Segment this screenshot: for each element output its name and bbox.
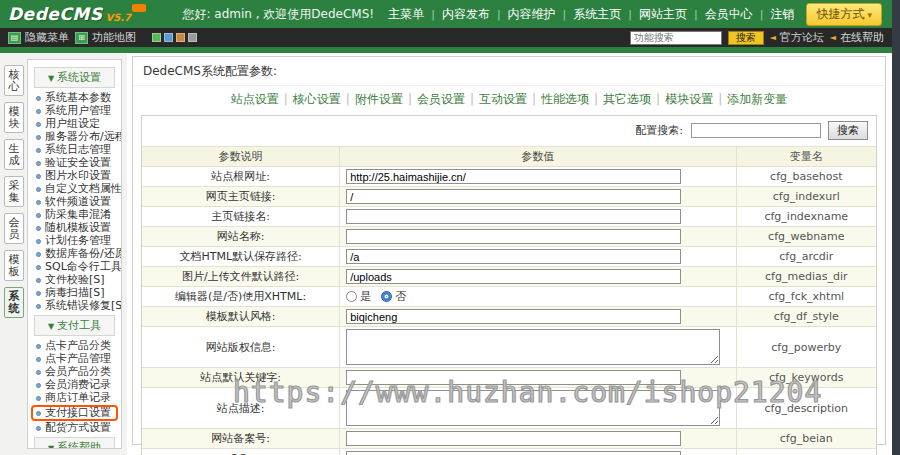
sidebar-tab[interactable]: 系统 [4, 287, 24, 318]
top-nav-item[interactable]: 内容发布 [442, 7, 490, 21]
menu-item[interactable]: SQL命令行工具 [31, 261, 118, 273]
tab-separator: | [656, 92, 660, 106]
menu-item[interactable]: 病毒扫描[S] [31, 287, 118, 299]
param-label: 站点描述: [142, 388, 340, 428]
config-search-button[interactable]: 搜索 [828, 121, 868, 140]
menu-item[interactable]: 系统错误修复[S] [31, 300, 118, 312]
param-label: 站点默认关键字: [142, 368, 340, 387]
param-input[interactable] [346, 309, 681, 324]
menu-item[interactable]: 会员消费记录 [31, 379, 118, 391]
menu-item[interactable]: 会员产品分类 [31, 366, 118, 378]
menu-item-label: 图片水印设置 [45, 170, 111, 182]
online-help-link[interactable]: ◄ 在线帮助 [830, 30, 884, 45]
param-value-cell [340, 307, 736, 326]
param-input[interactable] [346, 189, 681, 204]
table-row: 网页主页链接:cfg_indexurl [142, 186, 876, 206]
bullet-icon [36, 174, 41, 179]
menu-section-header[interactable]: ▼系统设置 [34, 67, 115, 88]
config-tab[interactable]: 站点设置 [231, 92, 279, 106]
config-tab[interactable]: 性能选项 [541, 92, 589, 106]
top-nav-item[interactable]: 内容维护 [508, 7, 556, 21]
param-value-cell [340, 267, 736, 286]
menu-item-label: 随机模板设置 [45, 222, 111, 234]
param-textarea[interactable] [346, 329, 719, 365]
function-search-input[interactable] [630, 31, 722, 45]
shortcut-button[interactable]: 快捷方式▾ [806, 3, 882, 26]
config-tab[interactable]: 模块设置 [665, 92, 713, 106]
param-input[interactable] [346, 169, 681, 184]
menu-item[interactable]: 用户组设定 [31, 118, 118, 130]
menu-item[interactable]: 系统日志管理 [31, 144, 118, 156]
menu-item[interactable]: 支付接口设置 [31, 405, 118, 421]
top-nav-item[interactable]: 注销 [770, 7, 794, 21]
official-forum-link[interactable]: ◄ 官方论坛 [770, 30, 824, 45]
param-varname: cfg_indexurl [737, 187, 876, 206]
theme-color-swatch[interactable] [164, 33, 173, 42]
sidebar-tab[interactable]: 会员 [4, 213, 24, 244]
menu-item-label: 点卡产品管理 [45, 353, 111, 365]
param-input[interactable] [346, 269, 681, 284]
param-input[interactable] [346, 451, 681, 455]
param-input[interactable] [346, 249, 681, 264]
config-tab[interactable]: 附件设置 [355, 92, 403, 106]
config-tab[interactable]: 核心设置 [293, 92, 341, 106]
param-input[interactable] [346, 209, 681, 224]
top-nav-item[interactable]: 主菜单 [388, 7, 424, 21]
theme-color-swatch[interactable] [176, 33, 185, 42]
menu-item-label: 数据库备份/还原 [45, 248, 122, 260]
top-nav-item[interactable]: 网站主页 [639, 7, 687, 21]
menu-item[interactable]: 点卡产品管理 [31, 353, 118, 365]
top-nav-item[interactable]: 系统主页 [573, 7, 621, 21]
menu-item-label: 系统错误修复[S] [45, 300, 122, 312]
bullet-icon [36, 291, 41, 296]
sidebar-tab[interactable]: 生成 [4, 139, 24, 170]
green-divider-strip [0, 47, 892, 53]
menu-item-label: 病毒扫描[S] [45, 287, 105, 299]
table-row: 模板默认风格:cfg_df_style [142, 306, 876, 326]
sidebar-tab[interactable]: 模块 [4, 102, 24, 133]
menu-item[interactable]: 自定义文档属性 [31, 183, 118, 195]
top-nav-item[interactable]: 会员中心 [705, 7, 753, 21]
menu-item[interactable]: 数据库备份/还原 [31, 248, 118, 260]
menu-item[interactable]: 服务器分布/远程 [31, 131, 118, 143]
hide-menu-button[interactable]: 隐藏菜单 [8, 30, 69, 45]
function-search-button[interactable]: 搜索 [728, 31, 764, 45]
menu-item[interactable]: 配货方式设置 [31, 422, 118, 434]
param-textarea[interactable] [346, 390, 719, 426]
theme-color-swatch[interactable] [188, 33, 197, 42]
menu-section-header[interactable]: ▼系统帮助 [34, 437, 115, 449]
menu-item[interactable]: 图片水印设置 [31, 170, 118, 182]
sidebar-tab[interactable]: 采集 [4, 176, 24, 207]
bullet-icon [36, 304, 41, 309]
menu-item[interactable]: 系统用户管理 [31, 105, 118, 117]
nav-separator: | [628, 8, 632, 21]
radio-icon[interactable] [381, 291, 392, 302]
menu-item[interactable]: 商店订单记录 [31, 392, 118, 404]
config-tab[interactable]: 添加新变量 [727, 92, 787, 106]
theme-color-swatch[interactable] [152, 33, 161, 42]
menu-item[interactable]: 文件校验[S] [31, 274, 118, 286]
radio-icon[interactable] [346, 291, 357, 302]
function-map-button[interactable]: 功能地图 [75, 30, 136, 45]
menu-item[interactable]: 点卡产品分类 [31, 340, 118, 352]
sidebar-tab[interactable]: 模板 [4, 250, 24, 281]
param-input[interactable] [346, 370, 681, 385]
radio-option[interactable]: 是 [346, 289, 371, 304]
menu-item[interactable]: 计划任务管理 [31, 235, 118, 247]
menu-item[interactable]: 软件频道设置 [31, 196, 118, 208]
sidebar-tab[interactable]: 核心 [4, 65, 24, 96]
config-tab[interactable]: 其它选项 [603, 92, 651, 106]
menu-item[interactable]: 随机模板设置 [31, 222, 118, 234]
config-tab[interactable]: 互动设置 [479, 92, 527, 106]
menu-item[interactable]: 验证安全设置 [31, 157, 118, 169]
chevron-down-icon: ▼ [48, 74, 54, 83]
radio-option[interactable]: 否 [381, 289, 406, 304]
param-input[interactable] [346, 229, 681, 244]
menu-item[interactable]: 防采集串混淆 [31, 209, 118, 221]
menu-section-header[interactable]: ▼支付工具 [34, 315, 115, 336]
config-tab[interactable]: 会员设置 [417, 92, 465, 106]
menu-item-label: 系统日志管理 [45, 144, 111, 156]
param-input[interactable] [346, 431, 681, 446]
config-search-input[interactable] [691, 123, 821, 138]
menu-item[interactable]: 系统基本参数 [31, 92, 118, 104]
